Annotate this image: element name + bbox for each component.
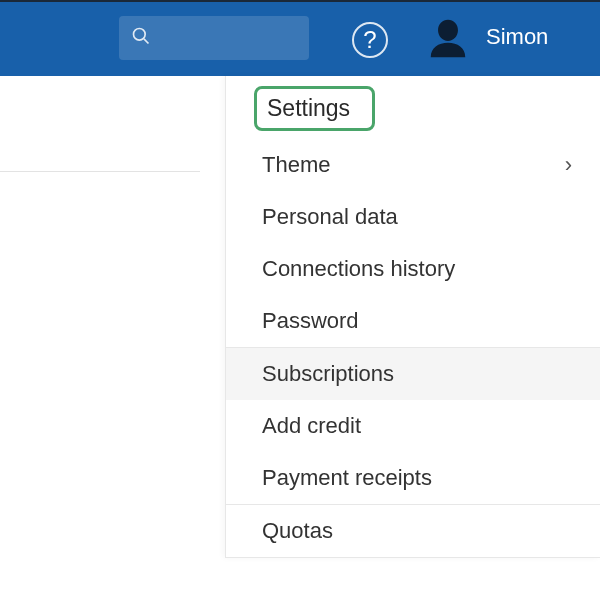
content-row (0, 76, 200, 172)
menu-item-settings[interactable]: Settings (226, 76, 600, 139)
search-input[interactable] (119, 16, 309, 60)
menu-item-label: Theme (262, 152, 330, 178)
svg-line-1 (144, 39, 149, 44)
menu-item-add-credit[interactable]: Add credit (226, 400, 600, 452)
settings-highlight-box: Settings (254, 86, 375, 131)
menu-item-label: Payment receipts (262, 465, 432, 491)
menu-item-label: Subscriptions (262, 361, 394, 387)
menu-section-quotas: Quotas (226, 505, 600, 558)
help-button[interactable]: ? (352, 22, 388, 58)
menu-item-label: Connections history (262, 256, 455, 282)
avatar-icon (425, 15, 471, 65)
menu-item-connections-history[interactable]: Connections history (226, 243, 600, 295)
menu-item-personal-data[interactable]: Personal data (226, 191, 600, 243)
menu-item-password[interactable]: Password (226, 295, 600, 347)
menu-item-theme[interactable]: Theme › (226, 139, 600, 191)
username-label[interactable]: Simon (486, 24, 548, 50)
chevron-right-icon: › (565, 152, 572, 178)
app-header: ? Simon (0, 2, 600, 76)
menu-section-account: Settings Theme › Personal data Connectio… (226, 76, 600, 348)
svg-point-0 (134, 29, 146, 41)
menu-item-quotas[interactable]: Quotas (226, 505, 600, 557)
help-icon: ? (363, 26, 376, 54)
search-icon (131, 26, 151, 50)
user-avatar[interactable] (424, 16, 472, 64)
menu-item-payment-receipts[interactable]: Payment receipts (226, 452, 600, 504)
menu-item-label: Password (262, 308, 359, 334)
user-dropdown-menu: Settings Theme › Personal data Connectio… (225, 76, 600, 558)
menu-item-subscriptions[interactable]: Subscriptions (226, 348, 600, 400)
menu-item-label: Personal data (262, 204, 398, 230)
menu-section-billing: Subscriptions Add credit Payment receipt… (226, 348, 600, 505)
menu-item-label: Quotas (262, 518, 333, 544)
menu-item-label: Add credit (262, 413, 361, 439)
